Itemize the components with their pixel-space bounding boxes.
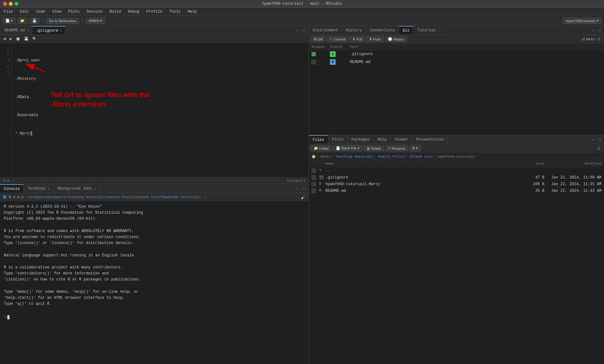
tab-environment-label: Environment bbox=[313, 28, 338, 33]
tab-presentation[interactable]: Presentation bbox=[413, 135, 448, 144]
git-checkbox-readme[interactable] bbox=[312, 60, 316, 64]
tab-files[interactable]: Files bbox=[309, 135, 328, 144]
file-name-readme[interactable]: README.md bbox=[325, 189, 525, 193]
save-button[interactable]: 💾 bbox=[29, 18, 40, 24]
env-maximize-button[interactable]: □ bbox=[597, 27, 602, 34]
menu-plots[interactable]: Plots bbox=[67, 9, 81, 15]
file-name-parent[interactable]: .. bbox=[325, 168, 525, 173]
file-checkbox-gitignore[interactable] bbox=[312, 175, 316, 180]
rename-file-button[interactable]: ✏ Rename bbox=[385, 145, 408, 151]
menu-build[interactable]: Build bbox=[108, 9, 122, 15]
console-content[interactable]: R version 4.3.2 (2023-10-31) -- "Eye Hol… bbox=[0, 201, 309, 364]
more-files-button[interactable]: ⚙ ▾ bbox=[409, 145, 421, 151]
editor-nav-forward[interactable]: ▶ bbox=[8, 36, 13, 41]
files-refresh-button[interactable]: ↺ bbox=[596, 145, 602, 152]
welcome-line: You are welcome to redistribute it under… bbox=[4, 234, 305, 240]
new-blank-file-button[interactable]: 📄 Blank File ▾ bbox=[333, 145, 362, 151]
menu-debug[interactable]: Debug bbox=[127, 9, 141, 15]
console-minimize-button[interactable]: − bbox=[295, 185, 300, 192]
tab-history[interactable]: History bbox=[342, 26, 366, 35]
git-header-staged: Staged bbox=[312, 45, 327, 49]
close-button[interactable] bbox=[3, 2, 7, 6]
files-panel-tabs: Files Plots Packages Help Viewer Present… bbox=[309, 135, 604, 144]
tab-plots[interactable]: Plots bbox=[328, 135, 348, 144]
editor-area: README.md ✕ .gitignore ✕ − □ ◀ ▶ 🏠 💾 🔍 bbox=[0, 26, 309, 184]
editor-home[interactable]: 🏠 bbox=[15, 36, 22, 41]
more-label: ▾ bbox=[416, 146, 418, 150]
tab-tutorial[interactable]: Tutorial bbox=[414, 26, 440, 35]
menu-profile[interactable]: Profile bbox=[145, 9, 164, 15]
editor-nav-back[interactable]: ◀ bbox=[2, 36, 7, 41]
file-checkbox-readme[interactable] bbox=[312, 189, 316, 193]
breadcrumb-item-ments[interactable]: ments bbox=[321, 155, 331, 159]
addins-button[interactable]: Addins ▾ bbox=[86, 18, 105, 24]
tab-packages[interactable]: Packages bbox=[348, 135, 374, 144]
maximize-button[interactable] bbox=[15, 2, 18, 6]
editor-find[interactable]: 🔍 bbox=[31, 36, 38, 41]
git-row-gitignore: ✓ A .gitignore bbox=[309, 50, 604, 58]
tab-environment[interactable]: Environment bbox=[309, 26, 342, 35]
file-checkbox-rproj[interactable] bbox=[312, 182, 316, 186]
tab-background-jobs[interactable]: Background Jobs ✕ bbox=[54, 184, 100, 193]
tab-terminal-close[interactable]: ✕ bbox=[48, 187, 50, 191]
menu-view[interactable]: View bbox=[51, 9, 62, 15]
tab-history-label: History bbox=[346, 28, 362, 33]
minimize-button[interactable] bbox=[9, 2, 13, 6]
tab-connections-label: Connections bbox=[370, 28, 395, 33]
breadcrumb-item-github[interactable]: GitHub Site bbox=[410, 155, 433, 159]
tab-git[interactable]: Git bbox=[399, 26, 414, 35]
file-checkbox-parent[interactable] bbox=[312, 168, 316, 173]
left-panel: README.md ✕ .gitignore ✕ − □ ◀ ▶ 🏠 💾 🔍 bbox=[0, 26, 309, 364]
file-name-gitignore[interactable]: .gitignore bbox=[325, 175, 525, 180]
new-file-button[interactable]: 📄 ▾ bbox=[3, 18, 16, 24]
menu-code[interactable]: Code bbox=[35, 9, 47, 15]
git-refresh-button[interactable]: ↺ bbox=[596, 36, 602, 42]
tab-readme[interactable]: README.md ✕ bbox=[1, 26, 32, 35]
breadcrumb-item-health[interactable]: Health Policy bbox=[378, 155, 405, 159]
editor-save-file[interactable]: 💾 bbox=[23, 36, 30, 41]
tab-viewer[interactable]: Viewer bbox=[391, 135, 412, 144]
git-push-button[interactable]: ⬆ Push bbox=[366, 36, 384, 42]
editor-minimize-button[interactable]: − bbox=[295, 27, 300, 34]
menu-edit[interactable]: Edit bbox=[19, 9, 30, 15]
tab-help[interactable]: Help bbox=[374, 135, 391, 144]
pull-icon: ⬇ bbox=[352, 37, 355, 41]
code-content[interactable]: .Rproj.user .Rhistory .RData .Ruserdata … bbox=[11, 43, 309, 177]
tab-tutorial-label: Tutorial bbox=[417, 28, 436, 33]
tab-readme-close[interactable]: ✕ bbox=[27, 28, 29, 32]
go-to-file-button[interactable]: Go to file/function bbox=[46, 18, 79, 24]
console-clear-button[interactable]: 🧹 bbox=[301, 195, 306, 199]
open-file-button[interactable]: 📂 bbox=[17, 18, 28, 24]
menu-help[interactable]: Help bbox=[186, 9, 198, 15]
tab-console[interactable]: Console bbox=[0, 184, 24, 193]
git-pull-button[interactable]: ⬇ Pull bbox=[350, 36, 365, 42]
git-history-button[interactable]: 🕐 History bbox=[385, 36, 407, 42]
file-name-rproj[interactable]: hpam7660-tutorial1.Rproj bbox=[325, 182, 525, 186]
tab-connections[interactable]: Connections bbox=[366, 26, 399, 35]
new-folder-button[interactable]: 📁 Folder bbox=[311, 145, 332, 151]
menu-session[interactable]: Session bbox=[85, 9, 104, 15]
project-button[interactable]: hpam7660-tutorial1 ▾ bbox=[563, 18, 601, 24]
editor-maximize-button[interactable]: □ bbox=[302, 27, 307, 34]
tab-terminal[interactable]: Terminal ✕ bbox=[24, 184, 54, 193]
tab-gitignore[interactable]: .gitignore ✕ bbox=[32, 26, 66, 35]
git-commit-button[interactable]: ✓ Commit bbox=[327, 36, 348, 42]
menu-file[interactable]: File bbox=[3, 9, 14, 15]
license-line: R is free software and comes with ABSOLU… bbox=[4, 228, 305, 234]
tab-gitignore-close[interactable]: ✕ bbox=[60, 29, 62, 33]
menu-tools[interactable]: Tools bbox=[168, 9, 182, 15]
breadcrumb-home-icon: 🏠 bbox=[312, 154, 316, 159]
breadcrumb-item-teaching[interactable]: Teaching Materials bbox=[336, 155, 373, 159]
git-checkbox-gitignore[interactable]: ✓ bbox=[312, 52, 316, 56]
file-modified-rproj: Jan 22, 2024, 11:31 AM bbox=[544, 182, 601, 186]
files-maximize-button[interactable]: □ bbox=[597, 136, 602, 143]
code-editor: 1 2 3 4 5 .Rproj.user .Rhistory .RData .… bbox=[0, 43, 309, 177]
delete-file-button[interactable]: 🗑 Delete bbox=[364, 146, 384, 151]
tab-packages-label: Packages bbox=[351, 137, 370, 142]
git-diff-button[interactable]: ⊞ Diff bbox=[311, 36, 325, 42]
tab-background-close[interactable]: ✕ bbox=[94, 187, 96, 191]
env-minimize-button[interactable]: − bbox=[590, 27, 595, 34]
console-maximize-button[interactable]: □ bbox=[302, 185, 307, 192]
window-controls bbox=[3, 2, 18, 6]
files-minimize-button[interactable]: − bbox=[590, 136, 595, 143]
